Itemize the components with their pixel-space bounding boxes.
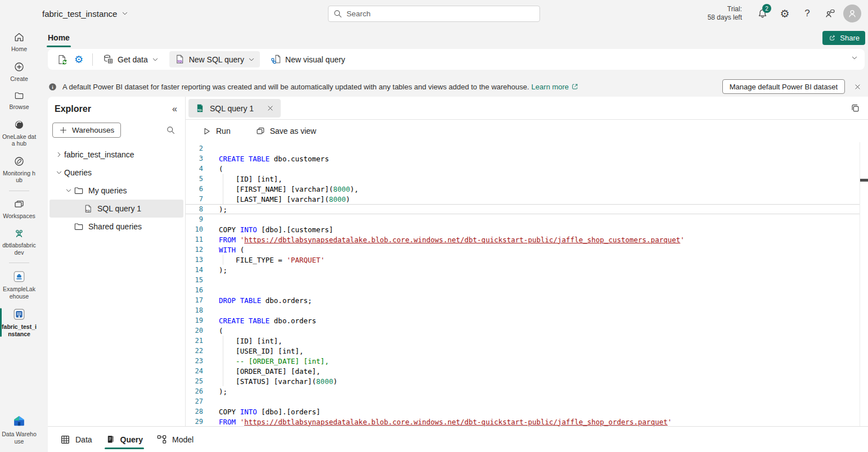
code-line-12[interactable]: 12WITH ( <box>186 245 860 255</box>
rail-item-onelake-data-hub[interactable]: OneLake data hub <box>0 115 38 151</box>
line-number: 17 <box>186 296 203 304</box>
rail-item-data-warehouse[interactable]: Data Warehouse <box>0 410 38 449</box>
share-label: Share <box>840 34 860 42</box>
trial-status: Trial: 58 days left <box>708 5 742 22</box>
code-editor[interactable]: 23CREATE TABLE dbo.customers4(5 [ID] [in… <box>186 142 868 426</box>
rail-item-browse[interactable]: Browse <box>0 86 38 115</box>
search-input[interactable] <box>347 10 535 18</box>
code-line-10[interactable]: 10COPY INTO [dbo].[customers] <box>186 224 860 234</box>
tree-item-queries[interactable]: Queries <box>50 164 183 182</box>
editor-overview-ruler <box>860 142 860 426</box>
explorer-search-icon[interactable] <box>163 122 178 138</box>
new-sql-query-label: New SQL query <box>189 55 244 64</box>
code-line-17[interactable]: 17DROP TABLE dbo.orders; <box>186 295 860 305</box>
query-tab[interactable]: SQL SQL query 1 <box>188 99 281 117</box>
code-line-4[interactable]: 4( <box>186 164 860 174</box>
code-line-11[interactable]: 11FROM 'https://dbtlabsynapsedatalake.bl… <box>186 234 860 245</box>
code-line-25[interactable]: 25 [STATUS] [varchar](8000) <box>186 376 860 386</box>
tab-home[interactable]: Home <box>47 29 71 46</box>
trial-label: Trial: <box>708 5 742 13</box>
code-line-26[interactable]: 26); <box>186 386 860 396</box>
share-button[interactable]: Share <box>822 31 865 45</box>
refresh-document-button[interactable] <box>53 52 70 67</box>
code-line-14[interactable]: 14); <box>186 265 860 275</box>
topbar-right: Trial: 58 days left 2 ⚙ ? <box>708 0 868 27</box>
code-line-13[interactable]: 13 FILE_TYPE = 'PARQUET' <box>186 255 860 265</box>
settings-button[interactable]: ⚙ <box>773 2 796 25</box>
warehouse-settings-button[interactable]: ⚙ <box>70 52 87 67</box>
code-line-2[interactable]: 2 <box>186 143 860 153</box>
code-line-19[interactable]: 19CREATE TABLE dbo.orders <box>186 315 860 326</box>
rail-item-dbtlabsfabricdev[interactable]: dbtlabsfabricdev <box>0 223 38 260</box>
people-icon <box>14 228 25 239</box>
folder-icon <box>14 91 24 101</box>
help-button[interactable]: ? <box>796 2 818 25</box>
app-launcher-waffle-icon[interactable] <box>8 2 30 25</box>
rail-item-workspaces[interactable]: Workspaces <box>0 194 38 224</box>
chevron-down-icon <box>248 56 255 63</box>
code-line-5[interactable]: 5 [ID] [int], <box>186 174 860 184</box>
new-sql-query-button[interactable]: SQL New SQL query <box>169 51 260 67</box>
code-line-6[interactable]: 6 [FIRST_NAME] [varchar](8000), <box>186 184 860 194</box>
folder-icon <box>74 222 84 232</box>
rail-item-home[interactable]: Home <box>0 27 38 57</box>
learn-more-link[interactable]: Learn more <box>532 83 579 91</box>
new-warehouse-button[interactable]: Warehouses <box>52 123 121 138</box>
code-line-29[interactable]: 29FROM 'https://dbtlabsynapsedatalake.bl… <box>186 417 860 426</box>
collapse-panel-icon[interactable]: « <box>172 104 177 114</box>
copy-icon[interactable] <box>850 103 860 113</box>
save-as-view-button[interactable]: Save as view <box>253 123 318 139</box>
code-line-21[interactable]: 21 [ID] [int], <box>186 336 860 346</box>
code-line-3[interactable]: 3CREATE TABLE dbo.customers <box>186 153 860 164</box>
feedback-button[interactable] <box>818 2 841 25</box>
gear-icon: ⚙ <box>780 8 789 19</box>
code-line-28[interactable]: 28COPY INTO [dbo].[orders] <box>186 406 860 417</box>
manage-default-dataset-button[interactable]: Manage default Power BI dataset <box>722 79 845 94</box>
tab-close-icon[interactable] <box>267 105 274 112</box>
chevron-down-icon[interactable] <box>64 187 74 194</box>
tree-item-my-queries[interactable]: My queries <box>50 182 183 200</box>
code-line-18[interactable]: 18 <box>186 305 860 315</box>
code-line-22[interactable]: 22 [USER_ID] [int], <box>186 346 860 356</box>
query-editor-panel: SQL SQL query 1 Run Save as view 23CREAT… <box>186 97 868 426</box>
code-line-9[interactable]: 9 <box>186 214 860 224</box>
tree-item-shared-queries[interactable]: Shared queries <box>50 218 183 236</box>
new-visual-query-button[interactable]: New visual query <box>266 51 350 67</box>
rail-item-examplelakehouse[interactable]: ExampleLakehouse <box>0 266 38 304</box>
code-line-16[interactable]: 16 <box>186 285 860 295</box>
run-label: Run <box>216 126 231 135</box>
view-tab-data[interactable]: Data <box>53 427 99 452</box>
ribbon-collapse-chevron-icon[interactable] <box>851 55 858 61</box>
code-line-15[interactable]: 15 <box>186 275 860 285</box>
run-button[interactable]: Run <box>200 123 233 139</box>
chevron-down-icon[interactable] <box>54 169 64 176</box>
workspace-switcher[interactable]: fabric_test_instance <box>42 0 128 27</box>
code-line-8[interactable]: 8); <box>186 204 860 214</box>
save-view-icon <box>255 126 266 136</box>
code-text: DROP TABLE dbo.orders; <box>203 296 312 305</box>
line-number: 8 <box>186 205 203 213</box>
chevron-right-icon[interactable] <box>54 151 64 158</box>
code-line-7[interactable]: 7 [LAST_NAME] [varchar](8000) <box>186 194 860 204</box>
code-line-24[interactable]: 24 [ORDER_DATE] [date], <box>186 366 860 376</box>
banner-close-button[interactable] <box>851 80 863 93</box>
notifications-button[interactable]: 2 <box>751 2 773 25</box>
view-tab-model[interactable]: Model <box>150 427 200 452</box>
view-tab-query[interactable]: Query <box>99 427 150 452</box>
lakehouse-app-icon <box>13 270 25 283</box>
tree-item-fabric-test-instance[interactable]: fabric_test_instance <box>50 146 183 164</box>
code-line-23[interactable]: 23 -- [ORDER_DATE] [int], <box>186 356 860 366</box>
scrollbar-marker[interactable] <box>860 179 868 182</box>
view-tab-label: Model <box>172 435 194 444</box>
code-line-20[interactable]: 20( <box>186 326 860 336</box>
tree-item-sql-query-1[interactable]: SQLSQL query 1 <box>50 200 183 218</box>
account-avatar[interactable] <box>843 4 861 22</box>
home-icon <box>14 31 25 43</box>
rail-item-fabric-test-instance[interactable]: fabric_test_instance <box>0 304 38 341</box>
indent-guide <box>223 255 223 265</box>
get-data-button[interactable]: Get data <box>98 51 164 67</box>
line-number: 22 <box>186 347 203 355</box>
rail-item-monitoring-hub[interactable]: Monitoring hub <box>0 151 38 188</box>
code-line-27[interactable]: 27 <box>186 396 860 406</box>
rail-item-create[interactable]: Create <box>0 57 38 87</box>
